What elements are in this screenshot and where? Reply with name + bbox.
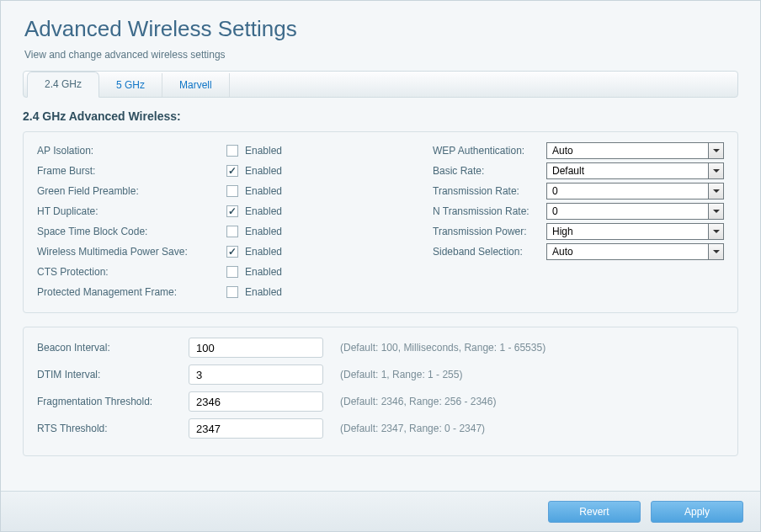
select-column: WEP Authentication:AutoBasic Rate:Defaul… — [433, 141, 724, 302]
option-row-wireless-multimedia-power-save: Wireless Multimedia Power Save:Enabled — [37, 242, 407, 261]
frame-burst-checkbox[interactable] — [226, 165, 238, 177]
content: 2.4 GHz 5 GHz Marvell 2.4 GHz Advanced W… — [1, 71, 760, 456]
wireless-multimedia-power-save-checkbox[interactable] — [226, 246, 238, 258]
field-hint: (Default: 100, Milliseconds, Range: 1 - … — [340, 342, 545, 354]
select-label: Sideband Selection: — [433, 246, 546, 258]
field-label: Beacon Interval: — [37, 342, 189, 354]
sideband-selection-select[interactable]: Auto — [546, 243, 724, 260]
field-hint: (Default: 1, Range: 1 - 255) — [340, 369, 462, 380]
select-row-basic-rate: Basic Rate:Default — [433, 161, 724, 181]
apply-button[interactable]: Apply — [651, 501, 743, 523]
tab-marvell[interactable]: Marvell — [162, 73, 230, 97]
option-control: Enabled — [226, 226, 282, 237]
page-subtitle: View and change advanced wireless settin… — [24, 49, 737, 61]
chevron-down-icon[interactable] — [708, 224, 723, 239]
select-label: Transmission Power: — [433, 226, 546, 237]
option-row-space-time-block-code: Space Time Block Code:Enabled — [37, 221, 407, 241]
n-transmission-rate-select[interactable]: 0 — [546, 203, 724, 220]
select-label: Transmission Rate: — [433, 185, 546, 197]
select-value: 0 — [552, 205, 718, 217]
select-row-wep-authentication: WEP Authentication:Auto — [433, 141, 724, 161]
field-hint: (Default: 2347, Range: 0 - 2347) — [340, 423, 485, 434]
select-value: High — [552, 226, 718, 237]
field-hint: (Default: 2346, Range: 256 - 2346) — [340, 396, 496, 407]
chevron-down-icon[interactable] — [708, 244, 723, 259]
field-label: RTS Threshold: — [37, 423, 189, 434]
checkbox-label: Enabled — [245, 205, 282, 217]
checkbox-column: AP Isolation:EnabledFrame Burst:EnabledG… — [37, 141, 407, 302]
panel-intervals: Beacon Interval:(Default: 100, Milliseco… — [23, 327, 738, 456]
field-label: DTIM Interval: — [37, 369, 189, 380]
chevron-down-icon[interactable] — [708, 204, 723, 219]
option-row-green-field-preamble: Green Field Preamble:Enabled — [37, 181, 407, 200]
option-control: Enabled — [226, 205, 282, 217]
select-row-transmission-rate: Transmission Rate:0 — [433, 181, 724, 201]
rts-threshold-input[interactable] — [189, 418, 323, 439]
option-label: Protected Management Frame: — [37, 286, 226, 298]
basic-rate-select[interactable]: Default — [546, 162, 724, 179]
select-value: Default — [552, 165, 718, 177]
tabs: 2.4 GHz 5 GHz Marvell — [23, 71, 738, 98]
panel-advanced-options: AP Isolation:EnabledFrame Burst:EnabledG… — [23, 131, 738, 313]
checkbox-label: Enabled — [245, 226, 282, 237]
field-label: Fragmentation Threshold: — [37, 396, 189, 407]
transmission-power-select[interactable]: High — [546, 223, 724, 240]
page-header: Advanced Wireless Settings View and chan… — [1, 1, 760, 71]
tab-5ghz[interactable]: 5 GHz — [99, 73, 162, 97]
option-label: Green Field Preamble: — [37, 185, 226, 197]
option-row-protected-management-frame: Protected Management Frame:Enabled — [37, 282, 407, 301]
revert-button[interactable]: Revert — [548, 501, 641, 523]
field-row-dtim-interval: DTIM Interval:(Default: 1, Range: 1 - 25… — [37, 364, 724, 385]
select-row-n-transmission-rate: N Transmission Rate:0 — [433, 201, 724, 221]
cts-protection-checkbox[interactable] — [226, 266, 238, 278]
option-row-ht-duplicate: HT Duplicate:Enabled — [37, 201, 407, 221]
option-label: Space Time Block Code: — [37, 226, 226, 237]
checkbox-label: Enabled — [245, 246, 282, 258]
ap-isolation-checkbox[interactable] — [226, 145, 238, 157]
chevron-down-icon[interactable] — [708, 184, 723, 199]
section-title: 2.4 GHz Advanced Wireless: — [23, 109, 738, 123]
page: Advanced Wireless Settings View and chan… — [0, 0, 761, 532]
checkbox-label: Enabled — [245, 165, 282, 177]
ht-duplicate-checkbox[interactable] — [226, 205, 238, 217]
option-control: Enabled — [226, 145, 282, 157]
chevron-down-icon[interactable] — [708, 163, 723, 178]
option-row-cts-protection: CTS Protection:Enabled — [37, 262, 407, 281]
space-time-block-code-checkbox[interactable] — [226, 226, 238, 237]
select-value: Auto — [552, 246, 718, 258]
select-row-transmission-power: Transmission Power:High — [433, 221, 724, 242]
option-control: Enabled — [226, 165, 282, 177]
option-row-ap-isolation: AP Isolation:Enabled — [37, 141, 407, 160]
fragmentation-threshold-input[interactable] — [189, 391, 323, 412]
select-row-sideband-selection: Sideband Selection:Auto — [433, 242, 724, 262]
checkbox-label: Enabled — [245, 185, 282, 197]
option-label: CTS Protection: — [37, 266, 226, 278]
select-value: Auto — [552, 145, 718, 157]
chevron-down-icon[interactable] — [708, 143, 723, 158]
wep-authentication-select[interactable]: Auto — [546, 142, 724, 159]
field-row-rts-threshold: RTS Threshold:(Default: 2347, Range: 0 -… — [37, 418, 724, 439]
green-field-preamble-checkbox[interactable] — [226, 185, 238, 197]
beacon-interval-input[interactable] — [189, 338, 323, 358]
option-control: Enabled — [226, 246, 282, 258]
transmission-rate-select[interactable]: 0 — [546, 183, 724, 200]
option-label: Wireless Multimedia Power Save: — [37, 246, 226, 258]
option-label: HT Duplicate: — [37, 205, 226, 217]
footer: Revert Apply — [1, 491, 760, 531]
checkbox-label: Enabled — [245, 266, 282, 278]
option-control: Enabled — [226, 185, 282, 197]
option-label: AP Isolation: — [37, 145, 226, 157]
select-label: Basic Rate: — [433, 165, 546, 177]
select-label: N Transmission Rate: — [433, 205, 546, 217]
field-row-fragmentation-threshold: Fragmentation Threshold:(Default: 2346, … — [37, 391, 724, 412]
option-label: Frame Burst: — [37, 165, 226, 177]
option-control: Enabled — [226, 266, 282, 278]
option-control: Enabled — [226, 286, 282, 298]
select-label: WEP Authentication: — [433, 145, 546, 157]
protected-management-frame-checkbox[interactable] — [226, 286, 238, 298]
checkbox-label: Enabled — [245, 286, 282, 298]
tab-2-4ghz[interactable]: 2.4 GHz — [27, 72, 99, 98]
select-value: 0 — [552, 185, 718, 197]
field-row-beacon-interval: Beacon Interval:(Default: 100, Milliseco… — [37, 338, 724, 358]
dtim-interval-input[interactable] — [189, 364, 323, 385]
